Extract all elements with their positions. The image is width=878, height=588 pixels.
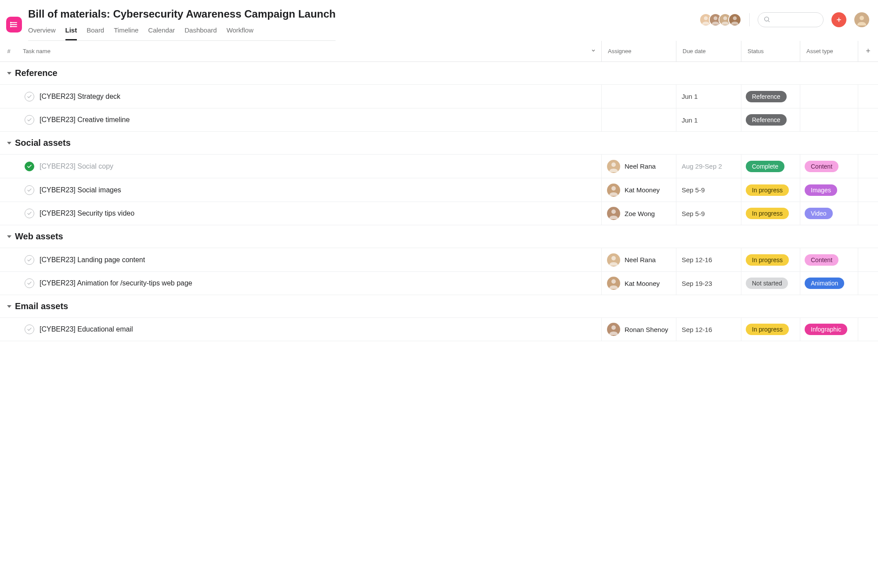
assignee-cell[interactable]: Ronan Shenoy [601, 318, 676, 341]
status-pill: Reference [746, 114, 787, 126]
asset-type-cell[interactable]: Video [800, 202, 858, 225]
add-column-button[interactable]: + [858, 41, 878, 61]
asset-type-cell[interactable]: Content [800, 248, 858, 271]
column-asset-header[interactable]: Asset type [800, 41, 858, 61]
task-row[interactable]: [CYBER23] Strategy deckJun 1Reference [0, 84, 878, 108]
due-date: Aug 29-Sep 2 [682, 162, 722, 170]
task-row[interactable]: [CYBER23] Landing page contentNeel RanaS… [0, 248, 878, 271]
status-cell[interactable]: Reference [741, 108, 800, 131]
column-due-header[interactable]: Due date [676, 41, 741, 61]
due-date-cell[interactable]: Sep 5-9 [676, 178, 741, 202]
asset-type-cell[interactable] [800, 85, 858, 108]
status-cell[interactable]: In progress [741, 248, 800, 271]
task-row[interactable]: [CYBER23] Animation for /security-tips w… [0, 271, 878, 295]
status-pill: Not started [746, 278, 788, 289]
section-header[interactable]: Email assets [0, 295, 878, 317]
section-header[interactable]: Web assets [0, 225, 878, 248]
task-name: [CYBER23] Security tips video [40, 209, 134, 217]
asset-type-cell[interactable]: Infographic [800, 318, 858, 341]
complete-checkbox[interactable] [25, 115, 34, 125]
task-name-cell[interactable]: [CYBER23] Social images [18, 178, 601, 202]
add-button[interactable] [831, 12, 846, 27]
project-icon[interactable] [6, 17, 22, 32]
asset-type-cell[interactable]: Animation [800, 272, 858, 295]
complete-checkbox[interactable] [25, 92, 34, 101]
due-date-cell[interactable]: Jun 1 [676, 108, 741, 131]
task-name-cell[interactable]: [CYBER23] Animation for /security-tips w… [18, 272, 601, 295]
status-cell[interactable]: Complete [741, 155, 800, 178]
column-status-header[interactable]: Status [741, 41, 800, 61]
task-name: [CYBER23] Social copy [40, 162, 113, 170]
task-row[interactable]: [CYBER23] Security tips videoZoe WongSep… [0, 202, 878, 225]
svg-point-29 [611, 279, 616, 284]
task-name-cell[interactable]: [CYBER23] Landing page content [18, 248, 601, 271]
section-tasks: [CYBER23] Strategy deckJun 1Reference[CY… [0, 84, 878, 132]
tab-list[interactable]: List [65, 26, 77, 40]
row-end-cell [858, 155, 878, 178]
svg-point-21 [611, 162, 616, 167]
tab-board[interactable]: Board [87, 26, 104, 40]
complete-checkbox[interactable] [25, 325, 34, 334]
status-cell[interactable]: In progress [741, 202, 800, 225]
status-pill: In progress [746, 184, 789, 196]
asset-type-cell[interactable] [800, 108, 858, 131]
task-name-cell[interactable]: [CYBER23] Educational email [18, 318, 601, 341]
task-name-cell[interactable]: [CYBER23] Social copy [18, 155, 601, 178]
task-name: [CYBER23] Social images [40, 186, 121, 194]
column-assignee-header[interactable]: Assignee [601, 41, 676, 61]
assignee-cell[interactable]: Neel Rana [601, 155, 676, 178]
complete-checkbox[interactable] [25, 255, 34, 265]
section-tasks: [CYBER23] Landing page contentNeel RanaS… [0, 248, 878, 295]
complete-checkbox[interactable] [25, 162, 34, 171]
assignee-cell[interactable]: Neel Rana [601, 248, 676, 271]
assignee-cell[interactable]: Zoe Wong [601, 202, 676, 225]
tab-timeline[interactable]: Timeline [114, 26, 138, 40]
project-title[interactable]: Bill of materials: Cybersecurity Awarene… [28, 8, 336, 20]
tab-calendar[interactable]: Calendar [148, 26, 175, 40]
asset-type-cell[interactable]: Images [800, 178, 858, 202]
task-row[interactable]: [CYBER23] Educational emailRonan ShenoyS… [0, 317, 878, 341]
tab-overview[interactable]: Overview [28, 26, 56, 40]
team-avatar-stack[interactable] [699, 13, 741, 26]
tab-dashboard[interactable]: Dashboard [184, 26, 217, 40]
assignee-cell[interactable]: Kat Mooney [601, 178, 676, 202]
assignee-cell[interactable] [601, 85, 676, 108]
svg-line-15 [768, 21, 770, 22]
chevron-down-icon[interactable] [591, 48, 596, 54]
due-date: Sep 5-9 [682, 210, 705, 217]
task-name-cell[interactable]: [CYBER23] Creative timeline [18, 108, 601, 131]
due-date-cell[interactable]: Sep 5-9 [676, 202, 741, 225]
task-name-cell[interactable]: [CYBER23] Strategy deck [18, 85, 601, 108]
due-date-cell[interactable]: Sep 12-16 [676, 248, 741, 271]
task-row[interactable]: [CYBER23] Creative timelineJun 1Referenc… [0, 108, 878, 132]
complete-checkbox[interactable] [25, 185, 34, 195]
complete-checkbox[interactable] [25, 209, 34, 218]
task-name-cell[interactable]: [CYBER23] Security tips video [18, 202, 601, 225]
section-header[interactable]: Reference [0, 62, 878, 84]
task-row[interactable]: [CYBER23] Social copyNeel RanaAug 29-Sep… [0, 154, 878, 178]
user-avatar[interactable] [854, 12, 869, 27]
due-date-cell[interactable]: Jun 1 [676, 85, 741, 108]
asset-type-cell[interactable]: Content [800, 155, 858, 178]
svg-point-9 [714, 16, 718, 20]
row-end-cell [858, 108, 878, 131]
section-header[interactable]: Social assets [0, 132, 878, 154]
status-cell[interactable]: Not started [741, 272, 800, 295]
team-avatar[interactable] [728, 13, 741, 26]
status-cell[interactable]: Reference [741, 85, 800, 108]
asset-type-pill: Infographic [805, 324, 847, 335]
assignee-cell[interactable] [601, 108, 676, 131]
status-cell[interactable]: In progress [741, 178, 800, 202]
due-date-cell[interactable]: Sep 12-16 [676, 318, 741, 341]
due-date-cell[interactable]: Sep 19-23 [676, 272, 741, 295]
tab-workflow[interactable]: Workflow [227, 26, 253, 40]
task-row[interactable]: [CYBER23] Social imagesKat MooneySep 5-9… [0, 178, 878, 202]
due-date-cell[interactable]: Aug 29-Sep 2 [676, 155, 741, 178]
assignee-cell[interactable]: Kat Mooney [601, 272, 676, 295]
task-name: [CYBER23] Landing page content [40, 256, 145, 264]
column-task-header[interactable]: Task name [18, 48, 601, 54]
search-box[interactable] [758, 12, 824, 27]
complete-checkbox[interactable] [25, 278, 34, 288]
status-cell[interactable]: In progress [741, 318, 800, 341]
assignee-avatar [607, 160, 620, 173]
